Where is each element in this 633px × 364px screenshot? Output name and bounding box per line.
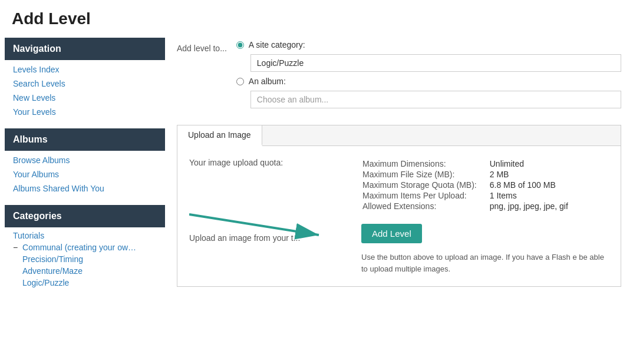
upload-section: Your image upload quota: xyxy=(189,158,609,274)
sidebar-item-search-levels[interactable]: Search Levels xyxy=(5,77,165,91)
quota-value: Unlimited xyxy=(490,159,568,168)
add-level-to-row: Add level to... A site category: Logic/P… xyxy=(177,38,621,113)
quota-row: Allowed Extensions:png, jpg, jpeg, jpe, … xyxy=(362,201,568,211)
quota-row: Maximum Storage Quota (MB):6.8 MB of 100… xyxy=(362,180,568,190)
site-category-option[interactable]: A site category: xyxy=(236,40,621,49)
sidebar-item-your-albums[interactable]: Your Albums xyxy=(5,167,165,181)
album-list: Browse Albums Your Albums Albums Shared … xyxy=(5,153,165,196)
add-level-to-label: Add level to... xyxy=(177,40,227,53)
upload-left: Your image upload quota: xyxy=(189,158,350,274)
quota-row: Maximum Dimensions:Unlimited xyxy=(362,159,568,168)
page-title: Add Level xyxy=(0,0,633,38)
albums-header: Albums xyxy=(5,128,165,151)
sidebar-item-albums-shared[interactable]: Albums Shared With You xyxy=(5,181,165,196)
tree-toggle-icon[interactable]: − xyxy=(13,243,18,252)
main-content: Add level to... A site category: Logic/P… xyxy=(165,38,633,364)
quota-value: 6.8 MB of 100 MB xyxy=(490,180,568,190)
quota-value: 2 MB xyxy=(490,170,568,179)
add-level-button[interactable]: Add Level xyxy=(361,224,422,243)
quota-key: Maximum Storage Quota (MB): xyxy=(362,180,489,190)
album-radio[interactable] xyxy=(236,78,244,85)
tab-body: Your image upload quota: xyxy=(177,146,621,286)
quota-key: Maximum Items Per Upload: xyxy=(362,191,489,200)
sidebar-item-new-levels[interactable]: New Levels xyxy=(5,91,165,105)
categories-header: Categories xyxy=(5,205,165,227)
quota-value: png, jpg, jpeg, jpe, gif xyxy=(490,201,568,211)
quota-key: Maximum Dimensions: xyxy=(362,159,489,168)
site-category-radio[interactable] xyxy=(236,41,244,49)
site-category-label: A site category: xyxy=(249,40,305,49)
tab-upload-image[interactable]: Upload an Image xyxy=(177,125,262,146)
sidebar-item-adventure[interactable]: Adventure/Maze xyxy=(5,265,165,277)
quota-row: Maximum Items Per Upload:1 Items xyxy=(362,191,568,200)
quota-key: Maximum File Size (MB): xyxy=(362,170,489,179)
quota-row: Maximum File Size (MB):2 MB xyxy=(362,170,568,179)
quota-value: 1 Items xyxy=(490,191,568,200)
radio-options: A site category: Logic/Puzzle An album: … xyxy=(236,40,621,113)
nav-list: Levels Index Search Levels New Levels Yo… xyxy=(5,62,165,119)
tab-container: Upload an Image Your image upload quota: xyxy=(177,125,621,287)
navigation-header: Navigation xyxy=(5,38,165,60)
sidebar-item-communal[interactable]: − Communal (creating your ow… xyxy=(5,241,165,253)
categories-list: Tutorials − Communal (creating your ow… … xyxy=(5,230,165,289)
album-dropdown[interactable]: Choose an album... xyxy=(250,91,621,108)
album-label: An album: xyxy=(249,77,286,86)
site-category-dropdown[interactable]: Logic/Puzzle xyxy=(250,54,621,72)
upload-right: Maximum Dimensions:UnlimitedMaximum File… xyxy=(361,158,609,274)
sidebar-item-levels-index[interactable]: Levels Index xyxy=(5,62,165,77)
sidebar-item-browse-albums[interactable]: Browse Albums xyxy=(5,153,165,167)
upload-note: Use the button above to upload an image.… xyxy=(361,252,609,274)
quota-table: Maximum Dimensions:UnlimitedMaximum File… xyxy=(361,158,569,212)
quota-label: Your image upload quota: xyxy=(189,158,283,167)
sidebar-item-logic[interactable]: Logic/Puzzle xyxy=(5,277,165,289)
svg-line-1 xyxy=(189,214,319,235)
quota-key: Allowed Extensions: xyxy=(362,201,489,211)
sidebar: Navigation Levels Index Search Levels Ne… xyxy=(0,38,165,364)
arrow-area: Upload an image from your t... xyxy=(189,203,342,250)
album-option[interactable]: An album: xyxy=(236,77,621,86)
sidebar-item-precision[interactable]: Precision/Timing xyxy=(5,253,165,265)
sidebar-item-your-levels[interactable]: Your Levels xyxy=(5,105,165,119)
tab-header: Upload an Image xyxy=(177,125,621,146)
upload-text: Upload an image from your t... xyxy=(189,233,300,256)
sidebar-item-tutorials[interactable]: Tutorials xyxy=(5,230,165,241)
